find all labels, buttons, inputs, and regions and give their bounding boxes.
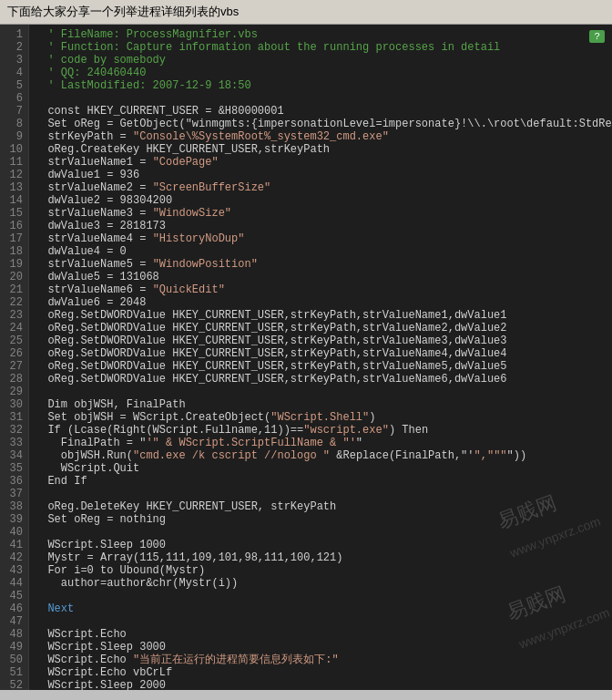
line-number: 31 [5,411,23,424]
line-number: 49 [5,641,23,654]
line-number: 2 [5,41,23,54]
line-number: 23 [5,309,23,322]
code-line: End If [35,475,607,488]
code-line: oReg.SetDWORDValue HKEY_CURRENT_USER,str… [35,322,607,335]
code-line: dwValue1 = 936 [35,169,607,181]
code-line: ' QQ: 240460440 [35,67,607,79]
code-line: author=author&chr(Mystr(i)) [35,577,607,590]
code-line: Set objWSH = WScript.CreateObject("WScri… [35,411,607,424]
code-line: Dim objWSH, FinalPath [35,398,607,411]
code-line: dwValue5 = 131068 [35,271,607,283]
line-number: 24 [5,322,23,335]
line-number: 13 [5,181,23,194]
line-number: 43 [5,564,23,577]
line-number: 9 [5,130,23,143]
code-line: dwValue3 = 2818173 [35,220,607,232]
line-number: 50 [5,654,23,666]
line-number: 19 [5,258,23,271]
line-number: 44 [5,577,23,590]
line-number: 15 [5,207,23,220]
line-number: 52 [5,679,23,690]
code-line: ' FileName: ProcessMagnifier.vbs [35,28,607,41]
line-number: 3 [5,54,23,67]
page-title: 下面给大家分享一个列举进程详细列表的vbs [7,5,239,18]
code-line: Set oReg = nothing [35,513,607,526]
line-number: 30 [5,398,23,411]
line-number: 41 [5,539,23,551]
code-line: ' Function: Capture information about th… [35,41,607,54]
code-line: oReg.SetDWORDValue HKEY_CURRENT_USER,str… [35,347,607,360]
code-line: strValueName3 = "WindowSize" [35,207,607,220]
title-bar: 下面给大家分享一个列举进程详细列表的vbs [0,0,612,25]
code-line: Next [35,602,607,615]
code-line: dwValue6 = 2048 [35,296,607,309]
code-line: ' code by somebody [35,54,607,67]
code-line: WScript.Sleep 2000 [35,679,607,690]
code-line: oReg.SetDWORDValue HKEY_CURRENT_USER,str… [35,309,607,322]
line-number: 16 [5,220,23,232]
code-line [35,488,607,500]
code-line [35,386,607,398]
line-number: 26 [5,347,23,360]
code-line: ' LastModified: 2007-12-9 18:50 [35,79,607,92]
line-number: 21 [5,283,23,296]
line-number: 1 [5,28,23,41]
code-line: For i=0 to Ubound(Mystr) [35,564,607,577]
line-number: 14 [5,194,23,207]
line-number: 35 [5,462,23,475]
code-line: strValueName6 = "QuickEdit" [35,283,607,296]
line-number: 29 [5,386,23,398]
code-area: 1234567891011121314151617181920212223242… [0,25,612,690]
code-line: oReg.SetDWORDValue HKEY_CURRENT_USER,str… [35,373,607,386]
line-number: 25 [5,335,23,347]
line-number: 38 [5,500,23,513]
line-number: 20 [5,271,23,283]
line-number: 12 [5,169,23,181]
line-number: 22 [5,296,23,309]
code-line: oReg.CreateKey HKEY_CURRENT_USER,strKeyP… [35,143,607,156]
line-number: 7 [5,105,23,118]
code-line: FinalPath = "'" & WScript.ScriptFullName… [35,437,607,449]
line-number: 28 [5,373,23,386]
code-line: WScript.Echo [35,628,607,641]
line-number: 45 [5,590,23,602]
code-line: strValueName5 = "WindowPosition" [35,258,607,271]
code-line [35,526,607,539]
line-number: 46 [5,602,23,615]
code-line: strValueName2 = "ScreenBufferSize" [35,181,607,194]
line-number: 36 [5,475,23,488]
code-line: WScript.Echo "当前正在运行的进程简要信息列表如下:" [35,654,607,666]
code-line: WScript.Quit [35,462,607,475]
line-number: 32 [5,424,23,437]
code-line [35,590,607,602]
line-numbers: 1234567891011121314151617181920212223242… [0,25,29,690]
code-line: strKeyPath = "Console\%SystemRoot%_syste… [35,130,607,143]
code-line: Set oReg = GetObject("winmgmts:{imperson… [35,118,607,130]
line-number: 39 [5,513,23,526]
line-number: 51 [5,666,23,679]
code-line: oReg.SetDWORDValue HKEY_CURRENT_USER,str… [35,335,607,347]
code-line: WScript.Sleep 1000 [35,539,607,551]
code-line: dwValue2 = 98304200 [35,194,607,207]
code-line: If (Lcase(Right(WScript.Fullname,11))=="… [35,424,607,437]
line-number: 18 [5,245,23,258]
code-line: strValueName1 = "CodePage" [35,156,607,169]
line-number: 47 [5,615,23,628]
code-line [35,92,607,105]
line-number: 5 [5,79,23,92]
code-line: WScript.Echo vbCrLf [35,666,607,679]
code-line: Mystr = Array(115,111,109,101,98,111,100… [35,551,607,564]
code-line: objWSH.Run("cmd.exe /k cscript //nologo … [35,449,607,462]
line-number: 4 [5,67,23,79]
code-line: oReg.DeleteKey HKEY_CURRENT_USER, strKey… [35,500,607,513]
code-content: ' FileName: ProcessMagnifier.vbs ' Funct… [29,25,612,690]
line-number: 17 [5,232,23,245]
line-number: 11 [5,156,23,169]
code-line: WScript.Sleep 3000 [35,641,607,654]
line-number: 27 [5,360,23,373]
line-number: 40 [5,526,23,539]
line-number: 10 [5,143,23,156]
code-line [35,615,607,628]
line-number: 42 [5,551,23,564]
code-line: dwValue4 = 0 [35,245,607,258]
